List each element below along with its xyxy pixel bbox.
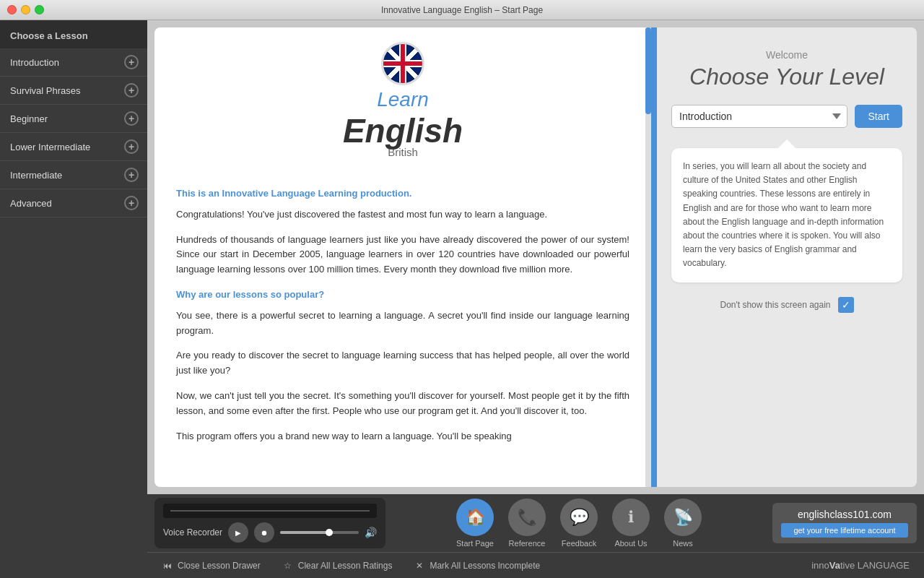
action-bar: ⏮ Close Lesson Drawer ☆ Clear All Lesson… xyxy=(147,552,924,578)
nav-reference-label: Reference xyxy=(509,539,546,548)
choose-level-heading: Choose Your Level xyxy=(689,64,884,90)
title-bar: Innovative Language English – Start Page xyxy=(0,0,924,20)
brand-footer: innoVative LANGUAGE xyxy=(811,560,910,571)
waveform-display xyxy=(163,504,377,518)
news-icon: 📡 xyxy=(664,499,702,536)
dont-show-row: Don't show this screen again xyxy=(720,297,853,313)
nav-news[interactable]: 📡 News xyxy=(664,499,702,548)
nav-home[interactable]: 🏠 Start Page xyxy=(456,499,494,548)
text-section: Learn English British This is an Innovat… xyxy=(154,27,651,487)
sidebar-item-introduction[interactable]: Introduction + xyxy=(0,48,147,77)
home-icon: 🏠 xyxy=(456,499,494,536)
level-selector-row: Introduction Survival Phrases Beginner L… xyxy=(671,105,902,128)
text-p8: This program offers you a brand new way … xyxy=(176,429,629,444)
sidebar-expand-introduction[interactable]: + xyxy=(124,55,139,69)
dont-show-label: Don't show this screen again xyxy=(720,300,830,310)
text-p5: You see, there is a powerful secret to l… xyxy=(176,309,629,339)
account-domain: englishclass101.com xyxy=(781,509,908,520)
sidebar-item-lower-intermediate[interactable]: Lower Intermediate + xyxy=(0,133,147,161)
flag-icon xyxy=(381,42,424,85)
account-box: englishclass101.com get your free lifeti… xyxy=(772,503,917,543)
close-drawer-btn[interactable]: ⏮ Close Lesson Drawer xyxy=(162,560,261,571)
clear-ratings-label: Clear All Lesson Ratings xyxy=(298,561,393,571)
logo-learn: Learn xyxy=(377,88,429,111)
right-panel: Welcome Choose Your Level Introduction S… xyxy=(657,27,917,487)
about-icon: ℹ xyxy=(612,499,650,536)
vertical-divider xyxy=(651,27,657,487)
sidebar-header: Choose a Lesson xyxy=(0,20,147,48)
nav-feedback[interactable]: 💬 Feedback xyxy=(560,499,598,548)
sidebar-item-survival-phrases[interactable]: Survival Phrases + xyxy=(0,77,147,105)
waveform-bar xyxy=(170,510,370,512)
nav-home-label: Start Page xyxy=(456,539,494,548)
nav-reference[interactable]: 📞 Reference xyxy=(508,499,546,548)
window-title: Innovative Language English – Start Page xyxy=(381,5,543,15)
scrollbar[interactable] xyxy=(645,27,651,487)
window-controls[interactable] xyxy=(7,5,44,14)
volume-fill xyxy=(280,531,327,534)
description-text: In series, you will learn all about the … xyxy=(683,161,884,268)
text-p1: This is an Innovative Language Learning … xyxy=(176,186,629,202)
close-drawer-icon: ⏮ xyxy=(162,560,173,571)
scroll-thumb[interactable] xyxy=(645,27,651,114)
dont-show-checkbox[interactable] xyxy=(838,297,854,313)
volume-slider[interactable] xyxy=(280,531,359,534)
nav-icons: 🏠 Start Page 📞 Reference 💬 Feedback ℹ Ab… xyxy=(385,499,772,548)
text-p6: Are you ready to discover the secret to … xyxy=(176,348,629,379)
reference-icon: 📞 xyxy=(508,499,546,536)
sidebar-item-beginner[interactable]: Beginner + xyxy=(0,105,147,133)
mark-incomplete-btn[interactable]: ✕ Mark All Lessons Incomplete xyxy=(414,560,540,571)
action-buttons: ⏮ Close Lesson Drawer ☆ Clear All Lesson… xyxy=(162,560,540,571)
sidebar: Choose a Lesson Introduction + Survival … xyxy=(0,20,147,578)
mark-incomplete-label: Mark All Lessons Incomplete xyxy=(430,561,540,571)
sidebar-expand-intermediate[interactable]: + xyxy=(124,168,139,182)
star-icon: ☆ xyxy=(282,560,294,571)
text-p3: Hundreds of thousands of language learne… xyxy=(176,233,629,277)
text-p2: Congratulations! You've just discovered … xyxy=(176,207,629,223)
close-button[interactable] xyxy=(7,5,17,14)
close-drawer-label: Close Lesson Drawer xyxy=(178,561,261,571)
level-dropdown[interactable]: Introduction Survival Phrases Beginner L… xyxy=(671,105,847,128)
nav-about[interactable]: ℹ About Us xyxy=(612,499,650,548)
voice-recorder: Voice Recorder ▶ ⏺ 🔊 xyxy=(154,498,385,548)
nav-news-label: News xyxy=(673,539,693,548)
nav-feedback-label: Feedback xyxy=(562,539,596,548)
x-icon: ✕ xyxy=(414,560,425,571)
welcome-area: Welcome Choose Your Level Introduction S… xyxy=(671,42,902,473)
player-bar: Voice Recorder ▶ ⏺ 🔊 🏠 Start Page xyxy=(147,494,924,552)
logo-area: Learn English British xyxy=(343,42,463,158)
recorder-label: Voice Recorder xyxy=(163,527,222,538)
content-panel: Learn English British This is an Innovat… xyxy=(154,27,917,487)
nav-about-label: About Us xyxy=(614,539,647,548)
recorder-controls: Voice Recorder ▶ ⏺ 🔊 xyxy=(163,522,377,543)
sidebar-item-advanced[interactable]: Advanced + xyxy=(0,189,147,217)
text-p4: Why are our lessons so popular? xyxy=(176,288,629,303)
sidebar-expand-lower-intermediate[interactable]: + xyxy=(124,139,139,154)
main-content: Learn English British This is an Innovat… xyxy=(147,20,924,578)
play-button[interactable]: ▶ xyxy=(228,522,248,543)
volume-knob xyxy=(326,529,333,536)
maximize-button[interactable] xyxy=(35,5,44,14)
feedback-icon: 💬 xyxy=(560,499,598,536)
record-button[interactable]: ⏺ xyxy=(254,522,274,543)
text-p7: Now, we can't just tell you the secret. … xyxy=(176,389,629,419)
sidebar-item-intermediate[interactable]: Intermediate + xyxy=(0,161,147,189)
account-cta[interactable]: get your free lifetime account xyxy=(781,523,908,538)
volume-end-icon: 🔊 xyxy=(365,527,377,538)
sidebar-expand-survival-phrases[interactable]: + xyxy=(124,83,139,98)
logo-english: English xyxy=(343,111,463,150)
sidebar-expand-advanced[interactable]: + xyxy=(124,196,139,210)
clear-ratings-btn[interactable]: ☆ Clear All Lesson Ratings xyxy=(282,560,393,571)
logo-british: British xyxy=(388,146,418,158)
welcome-label: Welcome xyxy=(766,49,808,61)
app-container: Choose a Lesson Introduction + Survival … xyxy=(0,20,924,578)
sidebar-expand-beginner[interactable]: + xyxy=(124,111,139,126)
minimize-button[interactable] xyxy=(21,5,30,14)
description-box: In series, you will learn all about the … xyxy=(671,148,902,282)
start-button[interactable]: Start xyxy=(855,105,902,128)
